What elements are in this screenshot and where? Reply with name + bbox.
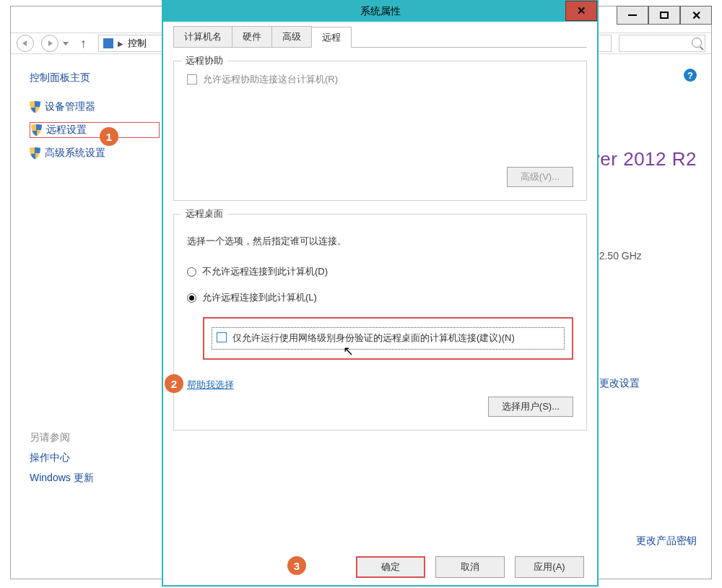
close-button[interactable]: ✕ [680,6,712,25]
remote-desktop-group: 远程桌面 选择一个选项，然后指定谁可以连接。 不允许远程连接到此计算机(D) 允… [173,214,587,431]
control-panel-home-link[interactable]: 控制面板主页 [30,72,160,85]
dialog-titlebar: 系统属性 ✕ [163,1,597,22]
annotation-badge-1: 1 [100,127,118,146]
tab-strip: 计算机名 硬件 高级 远程 [173,26,587,48]
minimize-button[interactable] [617,6,648,25]
allow-remote-assistance-checkbox: 允许远程协助连接这台计算机(R) [187,73,338,86]
left-nav: 控制面板主页 设备管理器 远程设置 高级系统设置 [30,72,160,168]
address-text: 控制 [128,37,147,50]
checkbox-icon [187,74,197,85]
system-properties-dialog: 系统属性 ✕ 计算机名 硬件 高级 远程 远程协助 允许远程协助连接这台计算机(… [162,0,599,587]
dialog-title: 系统属性 [360,5,401,18]
tab-advanced[interactable]: 高级 [271,26,312,47]
dialog-button-row: 确定 取消 应用(A) [356,556,584,578]
address-icon [103,38,113,48]
ok-button[interactable]: 确定 [356,556,425,578]
search-input[interactable] [619,35,705,52]
select-users-button[interactable]: 选择用户(S)... [488,397,573,417]
cpu-info-text: Hz 2.50 GHz [584,250,697,261]
nav-up-button[interactable]: ↑ [76,36,91,51]
tab-hardware[interactable]: 硬件 [232,26,272,47]
os-brand-text: rver 2012 R2 [584,148,697,170]
radio-icon [187,293,196,303]
tab-computer-name[interactable]: 计算机名 [173,26,232,47]
windows-update-link[interactable]: Windows 更新 [30,472,94,485]
maximize-button[interactable] [648,6,680,25]
see-also-header: 另请参阅 [30,431,94,444]
change-settings-link[interactable]: 更改设置 [584,377,697,390]
remote-settings-link[interactable]: 远程设置 [30,122,160,138]
radio-allow-label: 允许远程连接到此计算机(L) [202,291,317,304]
cancel-button[interactable]: 取消 [435,556,505,578]
shield-icon [30,101,40,113]
dialog-close-button[interactable]: ✕ [565,1,597,21]
checkbox-icon [217,332,227,342]
right-pane: ? rver 2012 R2 Hz 2.50 GHz 更改设置 更改产品密钥 [584,69,697,548]
nav-forward-button[interactable] [41,35,58,52]
allow-remote-assistance-label: 允许远程协助连接这台计算机(R) [203,73,338,86]
shield-icon [31,124,42,137]
change-settings-label: 更改设置 [599,377,640,390]
action-center-link[interactable]: 操作中心 [30,451,94,464]
see-also-section: 另请参阅 操作中心 Windows 更新 [30,431,94,492]
nla-checkbox[interactable]: 仅允许运行使用网络级别身份验证的远程桌面的计算机连接(建议)(N) [212,327,565,350]
annotation-badge-2: 2 [165,374,183,393]
nav-history-dropdown-icon[interactable] [63,42,69,46]
window-title-buttons: ✕ [617,6,712,25]
remote-desktop-title: 远程桌面 [181,207,227,220]
nla-highlight-box: 仅允许运行使用网络级别身份验证的远程桌面的计算机连接(建议)(N) ↖ [203,317,573,360]
radio-deny-label: 不允许远程连接到此计算机(D) [202,265,328,278]
help-me-choose-link[interactable]: 帮助我选择 [187,379,234,392]
remote-settings-label: 远程设置 [46,124,87,137]
chevron-right-icon: ▶ [118,40,123,48]
remote-assistance-title: 远程协助 [181,54,227,67]
annotation-badge-3: 3 [287,556,306,575]
change-product-key-link[interactable]: 更改产品密钥 [584,535,697,548]
nav-back-button[interactable] [17,35,34,52]
remote-assistance-advanced-button: 高级(V)... [507,167,573,187]
dialog-body: 计算机名 硬件 高级 远程 远程协助 允许远程协助连接这台计算机(R) 高级(V… [173,26,587,550]
remote-desktop-description: 选择一个选项，然后指定谁可以连接。 [187,235,573,248]
device-manager-label: 设备管理器 [45,100,95,113]
tab-remote[interactable]: 远程 [311,27,352,48]
apply-button[interactable]: 应用(A) [515,556,584,578]
radio-deny-remote[interactable]: 不允许远程连接到此计算机(D) [187,265,573,278]
device-manager-link[interactable]: 设备管理器 [30,100,160,113]
radio-icon [187,267,196,277]
shield-icon [30,147,40,160]
search-icon [692,38,702,48]
radio-allow-remote[interactable]: 允许远程连接到此计算机(L) [187,291,573,304]
advanced-system-settings-link[interactable]: 高级系统设置 [30,147,160,160]
remote-assistance-group: 远程协助 允许远程协助连接这台计算机(R) 高级(V)... [173,61,587,201]
advanced-system-settings-label: 高级系统设置 [45,147,105,160]
help-icon[interactable]: ? [684,69,697,82]
nla-checkbox-label: 仅允许运行使用网络级别身份验证的远程桌面的计算机连接(建议)(N) [232,331,515,346]
